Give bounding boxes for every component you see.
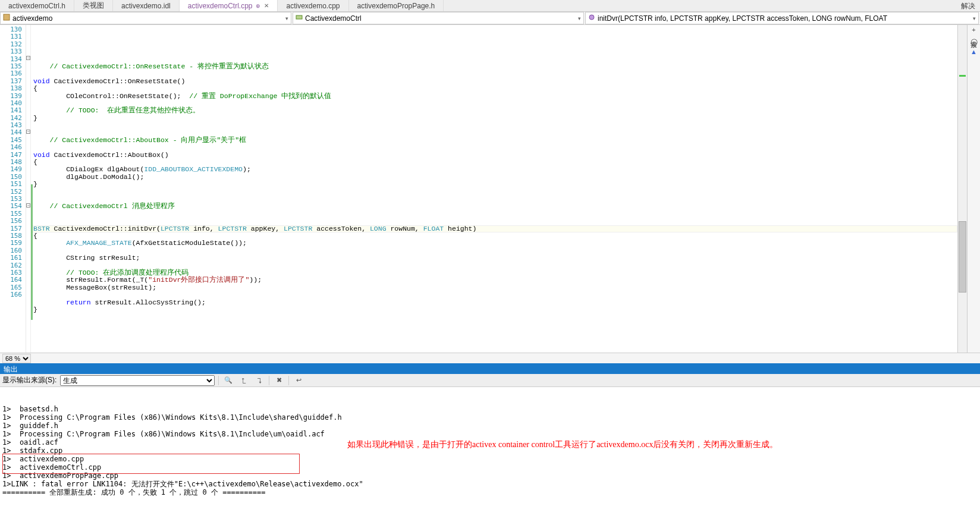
right-margin-tools: + 搜索 ◯ ▲ bbox=[967, 25, 980, 353]
chevron-down-icon: ▾ bbox=[973, 15, 976, 21]
svg-point-2 bbox=[589, 15, 594, 20]
separator bbox=[218, 376, 219, 385]
nav-bar: activexdemo ▾ CactivexdemoCtrl ▾ initDvr… bbox=[0, 12, 980, 25]
tab-label: 类视图 bbox=[83, 1, 104, 11]
code-editor[interactable]: 1301311321331341351361371381391401411421… bbox=[0, 25, 980, 353]
output-source-label: 显示输出来源(S): bbox=[2, 375, 56, 385]
right-panel-label[interactable]: 解决 bbox=[956, 0, 980, 11]
fold-toggle[interactable]: − bbox=[26, 203, 30, 208]
change-bar bbox=[31, 184, 33, 320]
svg-rect-1 bbox=[296, 15, 302, 19]
triangle-icon[interactable]: ▲ bbox=[970, 48, 977, 55]
next-icon[interactable]: ⮧ bbox=[253, 375, 265, 386]
scope-text: activexdemo bbox=[12, 14, 52, 23]
vertical-scrollbar[interactable] bbox=[957, 25, 967, 353]
output-header[interactable]: 输出 bbox=[0, 363, 980, 374]
scope-selector[interactable]: activexdemo ▾ bbox=[0, 12, 291, 24]
zoom-select[interactable]: 68 % bbox=[2, 354, 31, 363]
class-selector[interactable]: CactivexdemoCtrl ▾ bbox=[293, 12, 584, 24]
file-tab[interactable]: activexdemoPropPage.h bbox=[349, 0, 444, 11]
error-highlight-box bbox=[2, 454, 300, 474]
zoom-bar: 68 % bbox=[0, 353, 980, 363]
tab-label: activexdemoCtrl.h bbox=[8, 2, 65, 10]
svg-rect-0 bbox=[4, 14, 10, 20]
dirty-icon: ⊕ bbox=[256, 3, 260, 9]
output-line: 1> basetsd.h bbox=[2, 405, 978, 413]
error-annotation: 如果出现此种错误，是由于打开的activex container control… bbox=[347, 441, 778, 449]
file-tab[interactable]: activexdemo.cpp bbox=[278, 0, 348, 11]
file-tab[interactable]: activexdemoCtrl.cpp⊕✕ bbox=[180, 0, 278, 11]
file-tab[interactable]: activexdemoCtrl.h bbox=[0, 0, 74, 11]
fold-toggle[interactable]: − bbox=[26, 130, 30, 134]
tab-label: activexdemo.cpp bbox=[286, 2, 340, 10]
function-text: initDvr(LPCTSTR info, LPCTSTR appKey, LP… bbox=[598, 14, 887, 23]
circle-icon[interactable]: ◯ bbox=[970, 38, 978, 46]
chevron-down-icon: ▾ bbox=[285, 15, 288, 21]
separator bbox=[288, 376, 289, 385]
function-selector[interactable]: initDvr(LPCTSTR info, LPCTSTR appKey, LP… bbox=[585, 12, 979, 24]
line-gutter: 1301311321331341351361371381391401411421… bbox=[0, 25, 26, 353]
prev-icon[interactable]: ⮤ bbox=[238, 375, 250, 386]
file-tab[interactable]: 类视图 bbox=[74, 0, 113, 11]
tab-label: activexdemoPropPage.h bbox=[357, 2, 435, 10]
module-icon bbox=[3, 14, 10, 23]
output-line: ========== 全部重新生成: 成功 0 个，失败 1 个，跳过 0 个 … bbox=[2, 488, 978, 496]
scroll-mark bbox=[959, 75, 966, 77]
fold-toggle[interactable]: − bbox=[26, 56, 30, 60]
code-area[interactable]: // CactivexdemoCtrl::OnResetState - 将控件重… bbox=[31, 25, 957, 353]
output-line: 1>LINK : fatal error LNK1104: 无法打开文件"E:\… bbox=[2, 480, 978, 488]
output-body[interactable]: 1> basetsd.h1> Processing C:\Program Fil… bbox=[0, 387, 980, 482]
output-source-select[interactable]: 生成 bbox=[60, 375, 215, 386]
class-icon bbox=[296, 14, 303, 23]
tab-label: activexdemoCtrl.cpp bbox=[188, 2, 253, 10]
separator bbox=[269, 376, 269, 385]
tab-label: activexdemo.idl bbox=[121, 2, 171, 10]
class-text: CactivexdemoCtrl bbox=[305, 14, 362, 23]
close-icon[interactable]: ✕ bbox=[264, 2, 269, 9]
wrap-icon[interactable]: ↩ bbox=[293, 375, 304, 386]
file-tab[interactable]: activexdemo.idl bbox=[113, 0, 180, 11]
expand-icon[interactable]: + bbox=[972, 26, 975, 33]
clear-icon[interactable]: ✖ bbox=[273, 375, 285, 386]
output-toolbar: 显示输出来源(S): 生成 🔍 ⮤ ⮧ ✖ ↩ bbox=[0, 374, 980, 387]
chevron-down-icon: ▾ bbox=[578, 15, 581, 21]
method-icon bbox=[588, 14, 595, 23]
output-line: 1> Processing C:\Program Files (x86)\Win… bbox=[2, 413, 978, 422]
fold-column[interactable]: −−− bbox=[26, 25, 31, 353]
file-tabs: activexdemoCtrl.h类视图activexdemo.idlactiv… bbox=[0, 0, 980, 12]
scroll-thumb[interactable] bbox=[959, 221, 966, 293]
find-icon[interactable]: 🔍 bbox=[222, 375, 234, 386]
output-line: 1> Processing C:\Program Files (x86)\Win… bbox=[2, 430, 978, 438]
output-line: 1> guiddef.h bbox=[2, 422, 978, 430]
